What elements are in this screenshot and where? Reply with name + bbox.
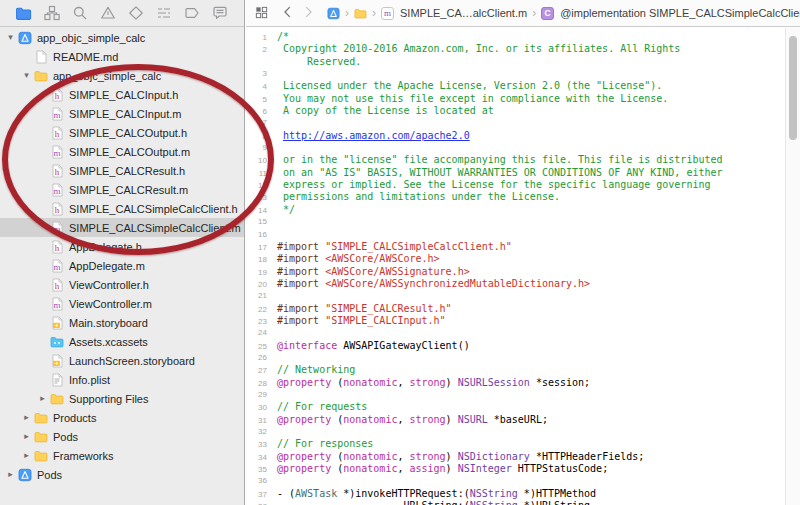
code-line: 36 xyxy=(246,475,785,487)
code-line: 26 xyxy=(246,352,785,364)
tree-row[interactable]: ▸ Products xyxy=(0,408,244,427)
tree-row[interactable]: h ViewController.h xyxy=(0,275,244,294)
tree-row[interactable]: m SIMPLE_CALCSimpleCalcClient.m xyxy=(0,218,244,237)
breadcrumb-group-icon[interactable] xyxy=(354,7,367,20)
disclosure-triangle[interactable]: ▸ xyxy=(20,408,33,427)
tree-row[interactable]: h SIMPLE_CALCInput.h xyxy=(0,85,244,104)
file-label: SIMPLE_CALCResult.h xyxy=(69,165,185,177)
svg-text:h: h xyxy=(54,91,59,101)
file-label: Frameworks xyxy=(53,450,114,462)
implementation-file-icon: m xyxy=(50,259,64,273)
tree-row[interactable]: h AppDelegate.h xyxy=(0,237,244,256)
header-file-icon: h xyxy=(50,278,64,292)
symbol-navigator-icon[interactable] xyxy=(43,5,60,22)
code-line: 22#import "SIMPLE_CALCResult.h" xyxy=(246,303,785,315)
tree-row[interactable]: ▸ Pods xyxy=(0,427,244,446)
file-label: AppDelegate.m xyxy=(69,260,145,272)
breadcrumb-symbol-name[interactable]: @implementation SIMPLE_CALCSimpleCalcCli… xyxy=(560,7,800,19)
code-line: 29 xyxy=(246,389,785,401)
tree-row[interactable]: ▾ app_objc_simple_calc xyxy=(0,28,244,47)
file-label: SIMPLE_CALCSimpleCalcClient.m xyxy=(69,222,241,234)
scrollbar-thumb[interactable] xyxy=(789,36,797,140)
breadcrumb-separator: › xyxy=(372,6,376,20)
disclosure-triangle[interactable]: ▸ xyxy=(20,446,33,465)
file-label: Products xyxy=(53,412,96,424)
editor-pane: › › m SIMPLE_CA…alcClient.m › C @impleme… xyxy=(246,0,800,505)
file-label: Supporting Files xyxy=(69,393,149,405)
tree-row[interactable]: Info.plist xyxy=(0,370,244,389)
tree-row[interactable]: README.md xyxy=(0,47,244,66)
issue-navigator-icon[interactable] xyxy=(99,5,116,22)
tree-row[interactable]: h SIMPLE_CALCOutput.h xyxy=(0,123,244,142)
related-items-icon[interactable] xyxy=(254,5,269,22)
header-file-icon: h xyxy=(50,164,64,178)
code-line: 12 express or implied. See the License f… xyxy=(246,179,785,191)
code-line: 32 xyxy=(246,426,785,438)
forward-button[interactable] xyxy=(301,5,315,21)
folder-icon xyxy=(34,449,48,463)
project-file-icon xyxy=(18,31,32,45)
code-line: 11 on an "AS IS" BASIS, WITHOUT WARRANTI… xyxy=(246,167,785,179)
file-label: ViewController.h xyxy=(69,279,149,291)
svg-text:m: m xyxy=(53,148,60,158)
tree-row[interactable]: m SIMPLE_CALCInput.m xyxy=(0,104,244,123)
file-label: ViewController.m xyxy=(69,298,152,310)
tree-row[interactable]: ▸ Pods xyxy=(0,465,244,484)
header-file-icon: h xyxy=(50,88,64,102)
tree-row[interactable]: h SIMPLE_CALCResult.h xyxy=(0,161,244,180)
tree-row[interactable]: ▸ Supporting Files xyxy=(0,389,244,408)
disclosure-triangle[interactable]: ▸ xyxy=(20,427,33,446)
code-line: 15 xyxy=(246,216,785,228)
code-line: 23#import "SIMPLE_CALCInput.h" xyxy=(246,315,785,327)
file-label: SIMPLE_CALCInput.m xyxy=(69,108,182,120)
scrollbar[interactable] xyxy=(785,28,800,505)
tree-row[interactable]: Main.storyboard xyxy=(0,313,244,332)
back-button[interactable] xyxy=(281,5,295,21)
folder-icon xyxy=(34,411,48,425)
tree-row[interactable]: m ViewController.m xyxy=(0,294,244,313)
breadcrumb-separator: › xyxy=(345,6,349,20)
tree-row[interactable]: m SIMPLE_CALCOutput.m xyxy=(0,142,244,161)
implementation-file-icon: m xyxy=(50,297,64,311)
storyboard-file-icon xyxy=(50,316,64,330)
breadcrumb-file-name[interactable]: SIMPLE_CA…alcClient.m xyxy=(400,7,527,19)
disclosure-triangle[interactable]: ▸ xyxy=(4,465,17,484)
code-line: 17#import "SIMPLE_CALCSimpleCalcClient.h… xyxy=(246,241,785,253)
svg-text:h: h xyxy=(54,167,59,177)
file-label: LaunchScreen.storyboard xyxy=(69,355,195,367)
find-navigator-icon[interactable] xyxy=(71,5,88,22)
tree-row[interactable]: LaunchScreen.storyboard xyxy=(0,351,244,370)
svg-text:m: m xyxy=(53,110,60,120)
tree-row[interactable]: Assets.xcassets xyxy=(0,332,244,351)
disclosure-triangle[interactable]: ▾ xyxy=(20,66,33,85)
file-label: app_objc_simple_calc xyxy=(53,70,161,82)
tree-row[interactable]: h SIMPLE_CALCSimpleCalcClient.h xyxy=(0,199,244,218)
svg-text:m: m xyxy=(53,262,60,272)
svg-text:m: m xyxy=(53,224,60,234)
debug-navigator-icon[interactable] xyxy=(156,5,173,22)
jump-bar: › › m SIMPLE_CA…alcClient.m › C @impleme… xyxy=(246,0,800,27)
tree-row[interactable]: ▾ app_objc_simple_calc xyxy=(0,66,244,85)
breadcrumb-symbol-icon[interactable]: C xyxy=(541,7,554,20)
report-navigator-icon[interactable] xyxy=(212,5,229,22)
tree-row[interactable]: m AppDelegate.m xyxy=(0,256,244,275)
code-line: 13 permissions and limitations under the… xyxy=(246,191,785,203)
implementation-file-icon: m xyxy=(50,221,64,235)
tree-row[interactable]: ▸ Frameworks xyxy=(0,446,244,465)
breakpoint-navigator-icon[interactable] xyxy=(184,5,201,22)
project-navigator-icon[interactable] xyxy=(15,5,32,22)
code-editor[interactable]: 1/*2 Copyright 2010-2016 Amazon.com, Inc… xyxy=(246,28,785,505)
disclosure-triangle[interactable]: ▸ xyxy=(36,389,49,408)
code-line: 35@property (nonatomic, assign) NSIntege… xyxy=(246,463,785,475)
code-line: 14 */ xyxy=(246,204,785,216)
disclosure-triangle[interactable]: ▾ xyxy=(4,28,17,47)
code-line: 18#import <AWSCore/AWSCore.h> xyxy=(246,253,785,265)
breadcrumb-file-icon[interactable]: m xyxy=(381,7,394,20)
navigator-bar xyxy=(0,0,244,27)
code-line: 20#import <AWSCore/AWSSynchronizedMutabl… xyxy=(246,278,785,290)
tree-row[interactable]: m SIMPLE_CALCResult.m xyxy=(0,180,244,199)
file-tree: ▾ app_objc_simple_calc README.md ▾ app_o… xyxy=(0,28,244,505)
test-navigator-icon[interactable] xyxy=(128,5,145,22)
breadcrumb-project-icon[interactable] xyxy=(327,7,340,20)
code-line: 25@interface AWSAPIGatewayClient() xyxy=(246,340,785,352)
